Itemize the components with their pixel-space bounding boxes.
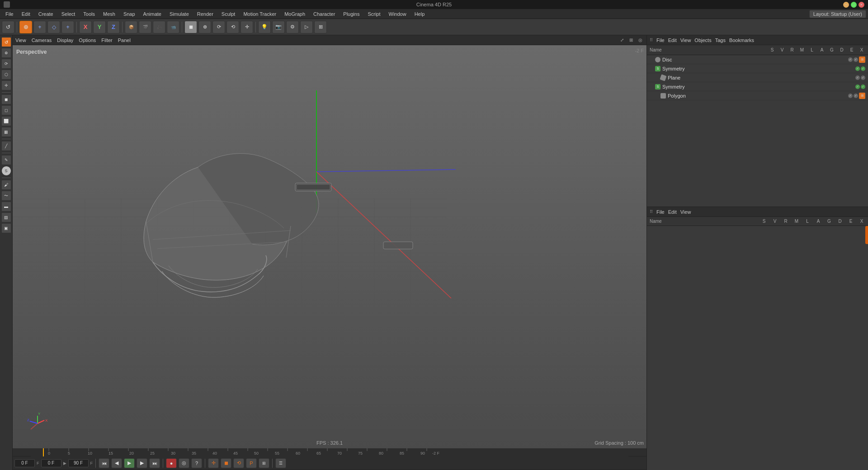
transform-tool-button[interactable]: ✛ bbox=[241, 21, 253, 33]
objects-menu-file[interactable]: File bbox=[656, 38, 665, 43]
left-move-button[interactable]: ↺ bbox=[1, 37, 11, 47]
polygon-dot-1[interactable]: ✓ bbox=[848, 94, 853, 98]
cube-button[interactable]: ◼ bbox=[184, 21, 197, 33]
close-button[interactable]: ✕ bbox=[859, 2, 864, 8]
objects-menu-objects[interactable]: Objects bbox=[694, 38, 711, 43]
move-tool-button[interactable]: ⊕ bbox=[198, 21, 211, 33]
polygon-orange-dot[interactable]: ⊞ bbox=[859, 93, 865, 99]
attrs-menu-edit[interactable]: Edit bbox=[668, 209, 677, 215]
right-panel-handle[interactable] bbox=[865, 226, 868, 244]
object-tool-button[interactable]: 📦 bbox=[125, 21, 137, 33]
render3-button[interactable]: ▷ bbox=[300, 21, 313, 33]
left-shading-button[interactable]: ▦ bbox=[1, 127, 11, 137]
viewport-expand-button[interactable]: ⤢ bbox=[618, 37, 626, 44]
autokey-button[interactable]: ◎ bbox=[179, 458, 189, 468]
left-view-button[interactable]: ◼ bbox=[1, 94, 11, 104]
left-brush-button[interactable]: 🖌 bbox=[1, 180, 11, 190]
menu-plugins[interactable]: Plugins bbox=[340, 10, 363, 18]
left-smooth-button[interactable]: 〜 bbox=[1, 191, 11, 201]
menu-script[interactable]: Script bbox=[364, 10, 384, 18]
sym1-dot-1[interactable]: ✓ bbox=[855, 66, 860, 71]
frame-end-input[interactable] bbox=[68, 459, 89, 467]
attrs-menu-view[interactable]: View bbox=[680, 209, 691, 215]
objects-menu-edit[interactable]: Edit bbox=[668, 38, 677, 43]
left-flatten-button[interactable]: ▬ bbox=[1, 202, 11, 212]
mode-point-button[interactable]: + bbox=[33, 21, 46, 33]
rotate-tool-button[interactable]: ⟳ bbox=[212, 21, 225, 33]
key-grid-button[interactable]: ⊞ bbox=[259, 458, 269, 468]
left-lasso-button[interactable]: ⟳ bbox=[1, 59, 11, 69]
disc-dot-2[interactable]: ✓ bbox=[854, 57, 858, 62]
object-row-symmetry-2[interactable]: S Symmetry ✓ ✓ bbox=[647, 82, 868, 91]
viewport-menu-view[interactable]: View bbox=[15, 38, 26, 43]
step-forward-button[interactable]: ▶ bbox=[137, 458, 147, 468]
plane-dot-1[interactable]: ✓ bbox=[855, 75, 860, 80]
key-add-button[interactable]: ✛ bbox=[208, 458, 219, 468]
maximize-button[interactable]: □ bbox=[851, 2, 857, 8]
objects-menu-view[interactable]: View bbox=[680, 38, 691, 43]
viewport-menu-cameras[interactable]: Cameras bbox=[32, 38, 52, 43]
polygon-dot-2[interactable]: ✓ bbox=[854, 94, 858, 98]
timeline-menu-button[interactable]: ☰ bbox=[275, 458, 286, 468]
record-button[interactable]: ● bbox=[166, 458, 177, 468]
object-row-disc[interactable]: Disc ✓ ✓ ⊞ bbox=[647, 55, 868, 64]
objects-menu-tags[interactable]: Tags bbox=[715, 38, 726, 43]
disc-orange-dot[interactable]: ⊞ bbox=[859, 56, 865, 63]
layout-selector[interactable]: Layout: Startup (User) bbox=[809, 10, 866, 18]
viewport-menu-display[interactable]: Display bbox=[57, 38, 73, 43]
undo-button[interactable]: ↺ bbox=[2, 21, 14, 33]
menu-mesh[interactable]: Mesh bbox=[99, 10, 119, 18]
render4-button[interactable]: ⊞ bbox=[314, 21, 327, 33]
viewport-menu-filter[interactable]: Filter bbox=[101, 38, 112, 43]
key-square-button[interactable]: ◼ bbox=[221, 458, 231, 468]
menu-tools[interactable]: Tools bbox=[80, 10, 99, 18]
attrs-menu-file[interactable]: File bbox=[656, 209, 665, 215]
key-motion-button[interactable]: P bbox=[246, 458, 257, 468]
viewport-menu-options[interactable]: Options bbox=[79, 38, 96, 43]
left-paint-button[interactable]: ✎ bbox=[1, 155, 11, 165]
sym1-dot-2[interactable]: ✓ bbox=[861, 66, 865, 71]
viewport-3d[interactable]: Perspective FPS : 326.1 Grid Spacing : 1… bbox=[13, 45, 646, 448]
help-button[interactable]: ? bbox=[191, 458, 202, 468]
menu-window[interactable]: Window bbox=[385, 10, 410, 18]
plane-dot-2[interactable]: ✓ bbox=[861, 75, 865, 80]
render-button[interactable]: 🎥 bbox=[153, 21, 165, 33]
scale-tool-button[interactable]: ⟲ bbox=[226, 21, 239, 33]
menu-simulate[interactable]: Simulate bbox=[166, 10, 193, 18]
window-controls[interactable]: ─ □ ✕ bbox=[843, 2, 864, 8]
minimize-button[interactable]: ─ bbox=[843, 2, 849, 8]
mode-object-button[interactable]: ⊕ bbox=[19, 21, 32, 33]
menu-create[interactable]: Create bbox=[35, 10, 57, 18]
mode-poly-button[interactable]: + bbox=[61, 21, 74, 33]
axis-x-button[interactable]: X bbox=[79, 21, 92, 33]
sym2-dot-1[interactable]: ✓ bbox=[855, 85, 860, 89]
left-multi-button[interactable]: ▣ bbox=[1, 223, 11, 233]
left-line-button[interactable]: ╱ bbox=[1, 141, 11, 151]
frame-marker-input[interactable] bbox=[41, 459, 61, 467]
left-select-button[interactable]: ⊕ bbox=[1, 48, 11, 58]
object-row-plane[interactable]: Plane ✓ ✓ bbox=[647, 73, 868, 82]
left-fill-button[interactable]: ▨ bbox=[1, 212, 11, 222]
menu-edit[interactable]: Edit bbox=[18, 10, 34, 18]
viewport-render-button[interactable]: ◎ bbox=[637, 37, 644, 44]
left-persp-button[interactable]: ◻ bbox=[1, 105, 11, 115]
frame-current-input[interactable] bbox=[14, 459, 35, 467]
animation-button[interactable]: 🎬 bbox=[139, 21, 151, 33]
menu-mograph[interactable]: MoGraph bbox=[281, 10, 309, 18]
menu-select[interactable]: Select bbox=[58, 10, 79, 18]
left-poly-button[interactable]: ⬡ bbox=[1, 70, 11, 80]
mode-edge-button[interactable]: ◇ bbox=[47, 21, 60, 33]
object-row-symmetry-1[interactable]: S Symmetry ✓ ✓ bbox=[647, 64, 868, 73]
menu-help[interactable]: Help bbox=[411, 10, 429, 18]
menu-motion-tracker[interactable]: Motion Tracker bbox=[240, 10, 280, 18]
axis-z-button[interactable]: Z bbox=[107, 21, 120, 33]
viewport-menu-panel[interactable]: Panel bbox=[118, 38, 131, 43]
key-loop-button[interactable]: ⟲ bbox=[233, 458, 244, 468]
rewind-to-start-button[interactable]: ⏮ bbox=[99, 458, 109, 468]
sym2-dot-2[interactable]: ✓ bbox=[861, 85, 865, 89]
objects-menu-bookmarks[interactable]: Bookmarks bbox=[729, 38, 754, 43]
left-ortho-button[interactable]: ⬜ bbox=[1, 116, 11, 126]
render2-button[interactable]: 📹 bbox=[167, 21, 179, 33]
timeline-ruler[interactable]: 0 5 10 15 20 25 30 35 40 45 50 55 60 65 … bbox=[13, 448, 646, 456]
viewport-lock-button[interactable]: ⊞ bbox=[627, 37, 635, 44]
